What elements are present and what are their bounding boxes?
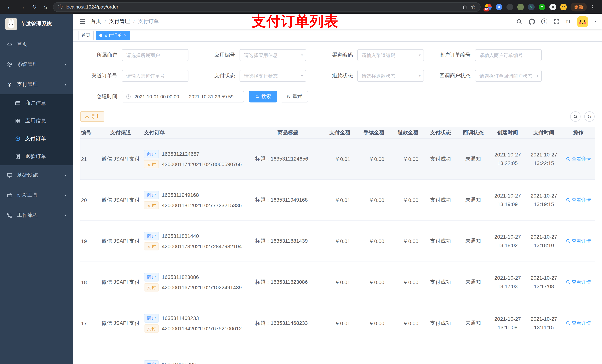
view-detail-link[interactable]: 查看详情: [566, 238, 591, 245]
filter-label: 商户订单编号: [434, 52, 475, 58]
browser-chrome: ← → ↻ ⌂ ⓘ localhost:1024/pay/order ☆ 10 …: [0, 0, 602, 14]
extension-chat-icon[interactable]: [539, 3, 545, 10]
cell-fee-amount: ¥ 0.00: [356, 320, 390, 326]
merchant-order-no: 1635312124657: [162, 151, 199, 157]
back-icon[interactable]: ←: [7, 4, 13, 10]
breadcrumb: 首页 / 支付管理 / 支付订单: [91, 18, 159, 25]
view-detail-link[interactable]: 查看详情: [566, 320, 591, 327]
sidebar-item-pay-order[interactable]: 支付订单: [0, 130, 73, 148]
cell-pay-order: 商户 1635311823086 支付 42000011672021102710…: [142, 271, 254, 293]
extensions-puzzle-icon[interactable]: 10: [485, 3, 492, 10]
tab-home[interactable]: 首页: [78, 31, 94, 40]
cell-order-id: 21: [80, 156, 99, 162]
sidebar-item-payment[interactable]: ¥ 支付管理 ▴: [0, 74, 73, 94]
merchant-order-line: 商户 1635311823086: [144, 273, 252, 281]
close-icon[interactable]: ×: [124, 33, 127, 38]
search-button[interactable]: 搜索: [249, 91, 277, 103]
filter-merchant: 所属商户: [80, 49, 198, 61]
view-detail-link[interactable]: 查看详情: [566, 156, 591, 162]
site-info-icon[interactable]: ⓘ: [58, 3, 63, 10]
browser-nav-buttons: ← → ↻ ⌂: [4, 4, 50, 10]
channel-order-no-input[interactable]: [122, 70, 188, 82]
sidebar-item-workflow[interactable]: 工作流程 ▾: [0, 205, 73, 225]
export-button[interactable]: 导出: [80, 111, 104, 122]
font-size-icon[interactable]: tT: [566, 19, 571, 24]
create-time-range-picker[interactable]: 2021-10-01 00:00:00 - 2021-10-31 23:59:5…: [122, 91, 244, 103]
table-row: 21 微信 JSAPI 支付 商户 1635312124657 支付: [80, 139, 595, 180]
search-icon[interactable]: [516, 18, 523, 25]
filter-label: 退款状态: [316, 73, 357, 79]
col-product-title: 商品标题: [254, 129, 322, 136]
toggle-search-button[interactable]: [570, 111, 580, 122]
channel-code-input[interactable]: [357, 49, 424, 61]
breadcrumb-payment[interactable]: 支付管理: [109, 18, 130, 25]
help-icon[interactable]: ?: [541, 19, 547, 24]
channel-order-no-field: [122, 70, 188, 82]
breadcrumb-separator: /: [104, 19, 106, 24]
bookmark-star-icon[interactable]: ☆: [471, 3, 476, 10]
app-input[interactable]: [239, 49, 306, 61]
pay-order-line: 支付 4200001194202110276752100612: [144, 324, 252, 333]
merchant-order-no: 1635311881440: [162, 233, 199, 239]
clock-icon: [126, 94, 131, 99]
browser-menu-icon[interactable]: ⋮: [587, 3, 598, 10]
sidebar-item-refund-order[interactable]: 退款订单: [0, 148, 73, 165]
sidebar-item-devtools[interactable]: 研发工具 ▾: [0, 185, 73, 205]
callback-status-input[interactable]: [475, 70, 542, 82]
sidebar-item-system[interactable]: 系统管理 ▾: [0, 54, 73, 74]
cell-notify-status: 未通知: [457, 279, 489, 286]
breadcrumb-home[interactable]: 首页: [91, 18, 101, 25]
view-detail-link[interactable]: 查看详情: [566, 279, 591, 286]
refund-status-input[interactable]: [357, 70, 424, 82]
extension-olive-icon[interactable]: [517, 3, 524, 10]
share-icon[interactable]: [462, 4, 468, 10]
date-start: 2021-10-01 00:00:00: [134, 94, 179, 99]
merchant-order-no: 1635311823086: [162, 274, 199, 280]
user-avatar[interactable]: [577, 16, 588, 27]
extension-dark-icon[interactable]: [506, 3, 513, 10]
sidebar-item-app-info[interactable]: 应用信息: [0, 112, 73, 130]
cell-order-id: 20: [80, 197, 99, 203]
profile-avatar-icon[interactable]: [560, 3, 567, 10]
fullscreen-icon[interactable]: [554, 18, 560, 25]
tab-pay-order[interactable]: 支付订单 ×: [96, 31, 130, 40]
pay-status-input[interactable]: [239, 70, 306, 82]
col-pay-status: 支付状态: [424, 129, 457, 136]
col-actions: 操作: [562, 129, 595, 136]
cell-pay-status: 支付成功: [424, 279, 457, 286]
vue-devtools-icon[interactable]: V: [528, 3, 535, 10]
page-title-annotation: 支付订单列表: [252, 12, 338, 31]
cell-pay-channel: 微信 JSAPI 支付: [99, 320, 142, 327]
cell-product-title: 标题：1635311823086: [254, 279, 322, 286]
github-icon[interactable]: [529, 18, 535, 25]
filter-row-3: 创建时间 2021-10-01 00:00:00 - 2021-10-31 23…: [80, 91, 595, 103]
sidebar-item-home[interactable]: 首页: [0, 34, 73, 54]
refresh-table-button[interactable]: ↻: [584, 111, 595, 122]
sidebar-item-infra[interactable]: 基础设施 ▾: [0, 165, 73, 185]
filter-channel-code: 渠道编码 ▾: [316, 49, 434, 61]
app-logo[interactable]: 芋道管理系统: [0, 14, 73, 34]
cell-create-time: 2021-10-27 13:22:05: [489, 151, 526, 167]
user-dropdown-caret-icon[interactable]: ▾: [594, 20, 596, 23]
forward-icon[interactable]: →: [19, 4, 25, 10]
address-bar[interactable]: ⓘ localhost:1024/pay/order ☆: [53, 2, 481, 12]
hamburger-icon[interactable]: [79, 18, 86, 25]
reload-icon[interactable]: ↻: [32, 4, 37, 10]
cell-actions: 查看详情: [562, 279, 595, 286]
home-icon[interactable]: ⌂: [43, 4, 47, 10]
reset-button[interactable]: ↻ 重置: [281, 91, 308, 103]
merchant-order-no-input[interactable]: [475, 49, 542, 61]
merchant-order-line: 商户 163531195796: [144, 360, 252, 364]
sidebar-item-merchant-info[interactable]: 商户信息: [0, 94, 73, 112]
navbar-tools: ? tT ▾: [516, 16, 596, 27]
chevron-down-icon: ▾: [64, 174, 66, 177]
chrome-update-button[interactable]: 更新: [570, 2, 587, 11]
pay-tag: 支付: [144, 201, 159, 209]
view-detail-link[interactable]: 查看详情: [566, 197, 591, 203]
cell-product-title: 标题：1635311949168: [254, 197, 322, 203]
extension-blue-icon[interactable]: [496, 3, 502, 10]
merchant-input[interactable]: [122, 49, 188, 61]
col-notify-status: 回调状态: [457, 129, 489, 136]
extension-pin-icon[interactable]: [549, 3, 556, 10]
filter-create-time: 创建时间 2021-10-01 00:00:00 - 2021-10-31 23…: [80, 91, 244, 103]
